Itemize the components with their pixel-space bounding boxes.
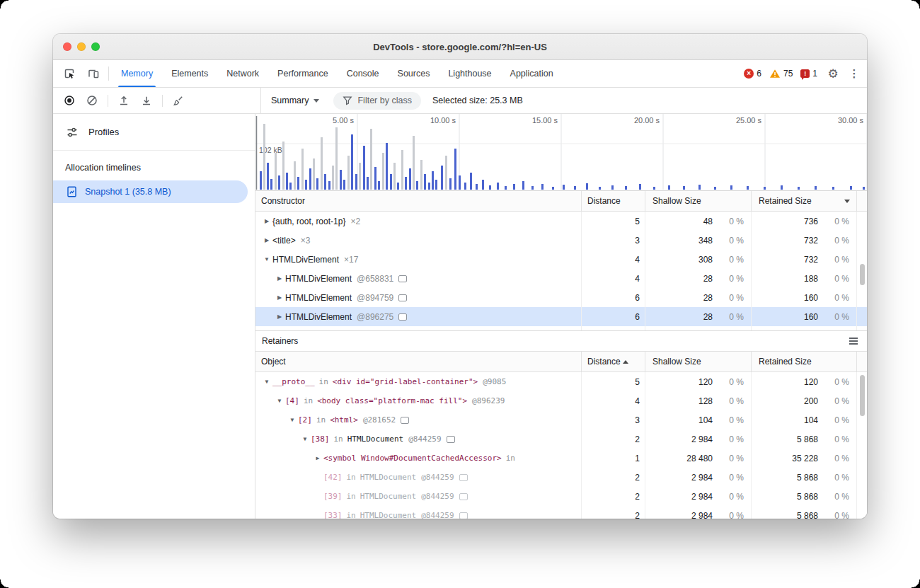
reveal-in-elements-icon[interactable] bbox=[459, 493, 468, 500]
retainer-row[interactable]: ▼[4]in<body class="platform-mac fill">@8… bbox=[255, 391, 867, 410]
constructor-row[interactable]: ▶HTMLDivElement@8947596280 %1600 % bbox=[255, 288, 867, 307]
size-percent: 0 % bbox=[713, 473, 744, 483]
size-value: 120 bbox=[645, 377, 713, 387]
constructor-row[interactable]: ▶HTMLDivElement@6588314280 %1880 % bbox=[255, 269, 867, 288]
column-header-distance[interactable]: Distance bbox=[582, 191, 645, 211]
tab-performance[interactable]: Performance bbox=[268, 60, 338, 87]
row-gutter bbox=[857, 449, 867, 468]
vertical-scrollbar[interactable] bbox=[860, 264, 865, 285]
retainer-row[interactable]: ▼[2]in<html>@28165231040 %1040 % bbox=[255, 410, 867, 430]
more-options-button[interactable] bbox=[849, 67, 860, 80]
retainer-row[interactable]: [42]inHTMLDocument@84425922 9840 %5 8680… bbox=[255, 468, 867, 487]
distance-cell: 2 bbox=[582, 430, 645, 449]
profiles-header[interactable]: Profiles bbox=[53, 114, 255, 151]
instance-count: ×2 bbox=[350, 217, 360, 226]
retainers-menu-button[interactable] bbox=[847, 335, 860, 347]
expand-arrow-icon[interactable]: ▶ bbox=[261, 218, 272, 224]
inspect-element-button[interactable] bbox=[57, 60, 81, 87]
minimize-button[interactable] bbox=[77, 42, 86, 51]
collapse-arrow-icon[interactable]: ▼ bbox=[261, 256, 272, 263]
collect-garbage-button[interactable] bbox=[168, 91, 189, 110]
tab-console[interactable]: Console bbox=[338, 60, 389, 87]
collapse-arrow-icon[interactable]: ▼ bbox=[287, 417, 298, 423]
perspective-select[interactable]: Summary bbox=[268, 93, 322, 108]
error-icon bbox=[744, 69, 754, 79]
console-warnings-status[interactable]: 75 bbox=[769, 69, 793, 79]
column-header-retained-size[interactable]: Retained Size bbox=[752, 191, 857, 211]
tab-sources[interactable]: Sources bbox=[389, 60, 439, 87]
size-value: 28 bbox=[645, 312, 713, 322]
allocation-timeline-chart[interactable]: 5.00 s10.00 s15.00 s20.00 s25.00 s30.00 … bbox=[255, 114, 867, 191]
column-header-shallow-size[interactable]: Shallow Size bbox=[645, 352, 752, 371]
console-errors-status[interactable]: 6 bbox=[744, 69, 761, 79]
retainer-row[interactable]: ▼[38]inHTMLDocument@84425922 9840 %5 868… bbox=[255, 430, 867, 449]
class-filter-input[interactable]: Filter by class bbox=[333, 92, 420, 110]
allocation-bar bbox=[301, 149, 304, 190]
distance-cell: 6 bbox=[582, 307, 645, 326]
tab-lighthouse[interactable]: Lighthouse bbox=[439, 60, 500, 87]
constructor-row[interactable]: ▶HTMLDivElement@8962756280 %1600 % bbox=[255, 307, 867, 326]
constructor-row[interactable]: ▶HTMLDivElement@896… bbox=[255, 326, 867, 330]
retainer-row[interactable]: [33]inHTMLDocument@84425922 9840 %5 8680… bbox=[255, 506, 867, 519]
collapse-arrow-icon[interactable]: ▼ bbox=[274, 398, 285, 404]
allocation-bar bbox=[363, 146, 365, 190]
collapse-arrow-icon[interactable]: ▼ bbox=[299, 436, 311, 442]
column-header-constructor[interactable]: Constructor bbox=[255, 191, 582, 211]
expand-arrow-icon[interactable]: ▶ bbox=[274, 275, 285, 282]
retainer-property-name: [38] bbox=[311, 434, 330, 444]
shallow-size-cell: 2 9840 % bbox=[645, 430, 752, 449]
allocation-bar bbox=[586, 183, 588, 190]
constructor-row[interactable]: ▶<title>×333480 %7320 % bbox=[255, 231, 867, 250]
collapse-arrow-icon[interactable]: ▼ bbox=[261, 379, 272, 385]
tab-network[interactable]: Network bbox=[217, 60, 268, 87]
column-header-object[interactable]: Object bbox=[255, 352, 582, 371]
size-percent: 0 % bbox=[818, 473, 849, 483]
expand-arrow-icon[interactable]: ▶ bbox=[261, 237, 272, 243]
zoom-button[interactable] bbox=[91, 42, 100, 51]
object-id: @844259 bbox=[408, 434, 441, 444]
sidebar-item-snapshot-1[interactable]: Snapshot 1 (35.8 MB) bbox=[53, 180, 248, 203]
tab-memory[interactable]: Memory bbox=[112, 60, 162, 87]
vertical-scrollbar[interactable] bbox=[860, 375, 865, 416]
device-toolbar-button[interactable] bbox=[81, 60, 105, 87]
allocation-bar bbox=[459, 175, 461, 190]
retainer-row[interactable]: [39]inHTMLDocument@84425922 9840 %5 8680… bbox=[255, 487, 867, 506]
load-profile-button[interactable] bbox=[113, 91, 134, 110]
constructor-rows: ▶{auth, root, root-1p}×25480 %7360 %▶<ti… bbox=[255, 212, 867, 330]
retained-size-cell: 7320 % bbox=[752, 250, 857, 269]
save-profile-button[interactable] bbox=[136, 91, 157, 110]
retainer-row[interactable]: ▼__proto__in<div id="grid-label-containe… bbox=[255, 372, 867, 391]
broom-icon bbox=[173, 95, 184, 106]
expand-arrow-icon[interactable]: ▶ bbox=[312, 455, 323, 461]
constructor-row[interactable]: ▼HTMLDivElement×1743080 %7320 % bbox=[255, 250, 867, 269]
reveal-in-elements-icon[interactable] bbox=[398, 294, 407, 301]
screen-corner bbox=[0, 580, 8, 588]
constructor-row[interactable]: ▶{auth, root, root-1p}×25480 %7360 % bbox=[255, 212, 867, 231]
perspective-select-value: Summary bbox=[271, 96, 309, 105]
clear-profiles-button[interactable] bbox=[81, 91, 103, 110]
issues-status[interactable]: 1 bbox=[800, 69, 817, 79]
size-value: 348 bbox=[645, 236, 713, 246]
allocation-bar bbox=[476, 184, 478, 190]
expand-arrow-icon[interactable]: ▶ bbox=[274, 294, 285, 301]
constructor-name: {auth, root, root-1p} bbox=[272, 217, 345, 226]
settings-button[interactable] bbox=[825, 67, 841, 81]
close-button[interactable] bbox=[63, 42, 71, 51]
expand-arrow-icon[interactable]: ▶ bbox=[274, 313, 285, 320]
allocation-bar bbox=[850, 186, 852, 190]
reveal-in-elements-icon[interactable] bbox=[398, 275, 407, 282]
reveal-in-elements-icon[interactable] bbox=[459, 512, 468, 519]
retainer-row[interactable]: ▶<symbol Window#DocumentCachedAccessor>i… bbox=[255, 449, 867, 468]
record-allocation-button[interactable] bbox=[59, 91, 80, 110]
allocation-bar bbox=[321, 137, 323, 190]
allocation-bar bbox=[798, 187, 800, 190]
column-header-distance[interactable]: Distance bbox=[582, 352, 645, 371]
reveal-in-elements-icon[interactable] bbox=[398, 313, 407, 321]
reveal-in-elements-icon[interactable] bbox=[459, 474, 468, 481]
tab-application[interactable]: Application bbox=[501, 60, 563, 87]
column-header-shallow-size[interactable]: Shallow Size bbox=[645, 191, 752, 211]
reveal-in-elements-icon[interactable] bbox=[447, 436, 455, 443]
tab-elements[interactable]: Elements bbox=[162, 60, 217, 87]
column-header-retained-size[interactable]: Retained Size bbox=[752, 352, 857, 371]
reveal-in-elements-icon[interactable] bbox=[401, 417, 409, 424]
